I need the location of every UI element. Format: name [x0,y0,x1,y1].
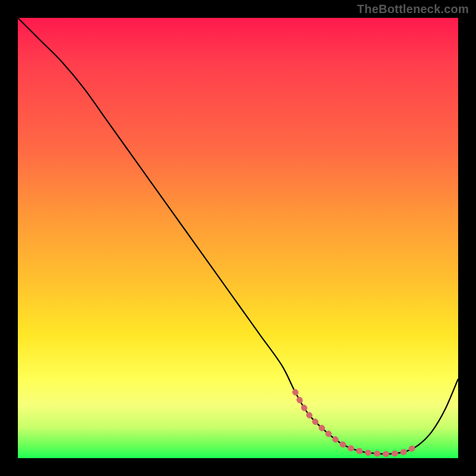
bottleneck-curve-line [18,18,458,454]
curve-svg [18,18,458,458]
plot-area [18,18,458,458]
watermark-text: TheBottleneck.com [357,2,469,16]
bottleneck-curve-highlight [295,392,418,454]
chart-container: TheBottleneck.com [0,0,476,476]
